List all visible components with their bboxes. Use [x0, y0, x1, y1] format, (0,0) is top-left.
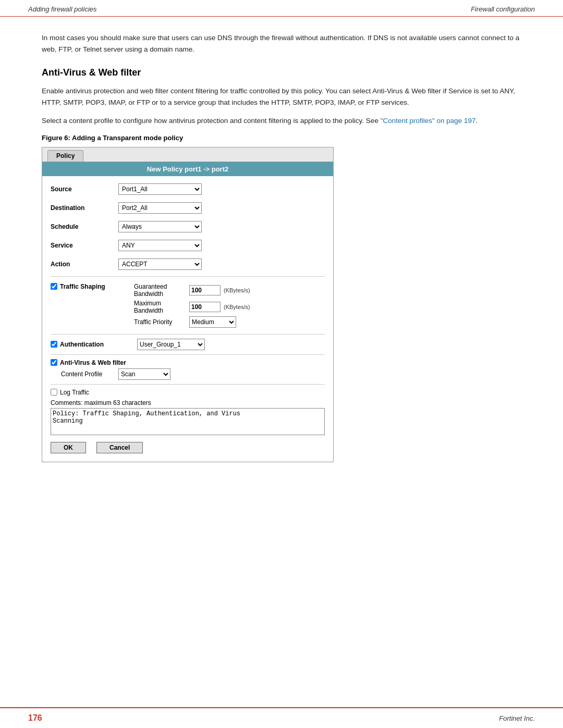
page-number: 176	[28, 713, 42, 723]
page-header: Adding firewall policies Firewall config…	[0, 0, 563, 17]
maximum-bw-row: Maximum Bandwidth (KBytes/s)	[134, 300, 250, 314]
traffic-priority-row: Traffic Priority Medium	[134, 316, 250, 328]
authentication-section: Authentication User_Group_1	[51, 339, 325, 350]
comments-textarea[interactable]: Policy: Traffic Shaping, Authentication,…	[51, 408, 325, 435]
intro-paragraph: In most cases you should make sure that …	[42, 32, 521, 55]
traffic-shaping-checkbox[interactable]	[51, 283, 57, 290]
company-name: Fortinet Inc.	[499, 714, 535, 722]
log-traffic-section: Log Traffic	[51, 389, 325, 396]
action-label: Action	[51, 261, 118, 268]
divider-3	[51, 354, 325, 355]
service-label: Service	[51, 242, 118, 249]
authentication-checkbox[interactable]	[51, 341, 57, 348]
destination-row: Destination Port2_All	[51, 200, 325, 216]
destination-label: Destination	[51, 204, 118, 212]
maximum-bw-unit: (KBytes/s)	[224, 304, 250, 310]
para2-after: .	[476, 117, 478, 125]
action-row: Action ACCEPT	[51, 256, 325, 272]
av-web-filter-label[interactable]: Anti-Virus & Web filter	[51, 359, 134, 366]
source-label: Source	[51, 186, 118, 193]
divider-4	[51, 384, 325, 385]
header-left: Adding firewall policies	[28, 5, 97, 13]
maximum-bw-label: Maximum Bandwidth	[134, 300, 186, 314]
service-row: Service ANY	[51, 238, 325, 253]
authentication-label[interactable]: Authentication	[51, 341, 134, 348]
maximum-bw-input[interactable]	[189, 302, 221, 312]
source-select[interactable]: Port1_All	[118, 183, 202, 195]
shaping-fields: Guaranteed Bandwidth (KBytes/s) Maximum …	[134, 283, 250, 328]
comments-section: Comments: maximum 63 characters Policy: …	[51, 399, 325, 437]
av-web-filter-checkbox[interactable]	[51, 359, 57, 366]
traffic-shaping-section: Traffic Shaping Guaranteed Bandwidth (KB…	[51, 281, 325, 330]
content-profile-label: Content Profile	[61, 371, 118, 378]
destination-select[interactable]: Port2_All	[118, 202, 202, 214]
guaranteed-bw-input[interactable]	[189, 285, 221, 295]
section-title: Anti-Virus & Web filter	[42, 67, 521, 78]
policy-tab-bar: Policy	[42, 147, 333, 162]
schedule-label: Schedule	[51, 223, 118, 230]
service-select[interactable]: ANY	[118, 240, 202, 251]
schedule-row: Schedule Always	[51, 219, 325, 235]
content-profile-row: Content Profile Scan	[61, 368, 325, 380]
figure-caption: Figure 6: Adding a Transparent mode poli…	[42, 134, 521, 142]
guaranteed-bw-row: Guaranteed Bandwidth (KBytes/s)	[134, 283, 250, 298]
policy-body: Source Port1_All Destination Port2_All S…	[42, 176, 333, 462]
button-row: OK Cancel	[51, 442, 325, 456]
body-paragraph-2: Select a content profile to configure ho…	[42, 115, 521, 127]
divider-1	[51, 276, 325, 277]
action-select[interactable]: ACCEPT	[118, 258, 202, 270]
policy-dialog: Policy New Policy port1 -> port2 Source …	[42, 147, 334, 462]
dialog-header: New Policy port1 -> port2	[42, 162, 333, 176]
guaranteed-bw-unit: (KBytes/s)	[224, 287, 250, 293]
traffic-shaping-label[interactable]: Traffic Shaping	[51, 283, 134, 290]
log-traffic-label: Log Traffic	[60, 389, 89, 396]
source-row: Source Port1_All	[51, 181, 325, 197]
ok-button[interactable]: OK	[51, 442, 86, 453]
content-profiles-link[interactable]: "Content profiles" on page 197	[381, 117, 476, 125]
policy-tab[interactable]: Policy	[47, 150, 83, 162]
divider-2	[51, 334, 325, 335]
body-paragraph-1: Enable antivirus protection and web filt…	[42, 85, 521, 108]
guaranteed-bw-label: Guaranteed Bandwidth	[134, 283, 186, 298]
cancel-button[interactable]: Cancel	[96, 442, 143, 453]
header-right: Firewall configuration	[471, 5, 535, 13]
schedule-select[interactable]: Always	[118, 221, 202, 232]
content-profile-select[interactable]: Scan	[118, 368, 170, 380]
main-content: In most cases you should make sure that …	[0, 17, 563, 478]
traffic-priority-select[interactable]: Medium	[189, 316, 236, 328]
av-section: Anti-Virus & Web filter Content Profile …	[51, 359, 325, 380]
page-footer: 176 Fortinet Inc.	[0, 707, 563, 728]
authentication-select[interactable]: User_Group_1	[137, 339, 205, 350]
traffic-priority-label: Traffic Priority	[134, 318, 186, 326]
log-traffic-checkbox[interactable]	[51, 389, 57, 396]
comments-label: Comments: maximum 63 characters	[51, 399, 325, 406]
para2-before: Select a content profile to configure ho…	[42, 117, 381, 125]
